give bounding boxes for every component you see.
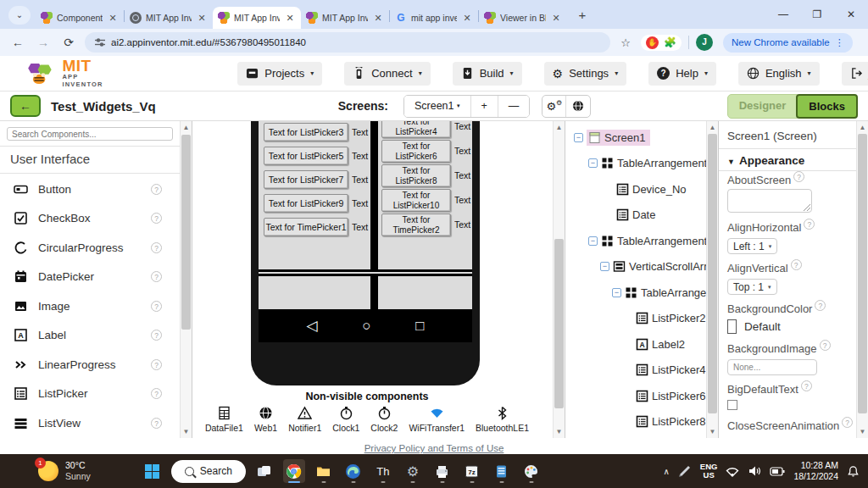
listpicker10-button[interactable]: Text forListPicker10 [381, 189, 451, 212]
pen-device-icon[interactable] [678, 464, 692, 478]
help-icon[interactable]: ? [842, 417, 853, 428]
tab-mit-app-inventor-active[interactable]: MIT App Inventor ✕ [213, 7, 301, 29]
android-back-icon[interactable]: ◁ [306, 317, 317, 335]
tab-close-icon[interactable]: ✕ [461, 13, 473, 24]
help-icon[interactable]: ? [151, 213, 162, 224]
component-wifitransfer1[interactable]: WiFiTransfer1 [409, 406, 465, 433]
component-clock2[interactable]: Clock2 [370, 406, 398, 433]
properties-scrollbar[interactable]: ▲ ▼ [856, 121, 868, 438]
android-home-icon[interactable]: ○ [362, 318, 370, 335]
component-datafile1[interactable]: DataFile1 [205, 406, 243, 433]
help-icon[interactable]: ? [791, 259, 802, 270]
scrollbar-thumb[interactable] [708, 134, 717, 413]
tree-item-tablearrangement-nested[interactable]: − TableArrangem [565, 283, 706, 302]
help-icon[interactable]: ? [815, 300, 826, 311]
taskbar-search[interactable]: Search [171, 460, 246, 483]
tab-google-search[interactable]: G mit app inventor b ✕ [390, 7, 478, 29]
palette-item-linearprogress[interactable]: LinearProgress? [0, 352, 181, 376]
tree-item-verticalscrollarrangement[interactable]: − VerticalScrollArrar [565, 258, 706, 276]
scroll-down-arrow[interactable]: ▼ [857, 426, 868, 437]
palette-scrollbar[interactable]: ▲ ▼ [180, 121, 192, 438]
palette-item-circularprogress[interactable]: CircularProgress? [0, 236, 181, 259]
screen-selector-dropdown[interactable]: Screen1 ▾ [404, 96, 471, 117]
tab-close-icon[interactable]: ✕ [550, 13, 562, 24]
tab-viewer-in-blocks[interactable]: Viewer in Blocks n ✕ [479, 7, 567, 29]
listpicker7-button[interactable]: Text for ListPicker7 [264, 170, 348, 189]
component-notifier1[interactable]: Notifier1 [288, 406, 321, 433]
taskbar-clock[interactable]: 10:28 AM 18/12/2024 [793, 460, 838, 482]
help-icon[interactable]: ? [151, 418, 162, 429]
help-icon[interactable]: ? [820, 340, 831, 351]
palette-item-checkbox[interactable]: CheckBox? [0, 207, 181, 230]
palette-item-listpicker[interactable]: ListPicker? [0, 382, 181, 406]
bookmark-star-icon[interactable]: ☆ [617, 36, 634, 49]
timepicker2-button[interactable]: Text forTimePicker2 [381, 214, 451, 236]
help-icon[interactable]: ? [793, 171, 804, 182]
projects-menu[interactable]: Projects▾ [237, 62, 322, 86]
add-screen-button[interactable]: + [471, 96, 498, 117]
help-icon[interactable]: ? [151, 301, 162, 312]
backgroundimage-field[interactable]: None... [727, 359, 817, 375]
paint-app-button[interactable] [520, 459, 542, 483]
help-icon[interactable]: ? [801, 380, 812, 391]
device-app-button[interactable] [431, 459, 453, 483]
forward-button[interactable]: → [34, 33, 53, 52]
scroll-up-arrow[interactable]: ▲ [181, 122, 192, 133]
tree-item-tablearrangement2[interactable]: − TableArrangement2 [565, 154, 706, 173]
edge-taskbar-button[interactable] [342, 459, 364, 483]
alignvertical-dropdown[interactable]: Top : 1▾ [727, 279, 777, 295]
listpicker3-button[interactable]: Text for ListPicker3 [264, 123, 348, 141]
settings-app-button[interactable]: ⚙ [402, 459, 424, 483]
collapse-toggle-icon[interactable]: − [612, 288, 621, 297]
help-icon[interactable]: ? [151, 359, 162, 370]
help-icon[interactable]: ? [151, 184, 162, 195]
listpicker5-button[interactable]: Text for ListPicker5 [264, 147, 348, 165]
language-menu[interactable]: English▾ [738, 62, 820, 86]
tree-item-listpicker6[interactable]: ListPicker6 [565, 386, 706, 405]
tab-search-chevron-icon[interactable]: ⌄ [8, 6, 31, 25]
scroll-down-arrow[interactable]: ▼ [554, 426, 565, 437]
scroll-down-arrow[interactable]: ▼ [707, 426, 718, 437]
language-indicator[interactable]: ENG US [700, 463, 718, 480]
search-components-input[interactable] [7, 127, 173, 141]
appearance-section-header[interactable]: ▼Appearance [727, 154, 804, 167]
taskbar-weather-widget[interactable]: 1 30°C Sunny [38, 460, 91, 482]
scroll-up-arrow[interactable]: ▲ [857, 122, 868, 133]
build-menu[interactable]: Build▾ [453, 62, 522, 86]
remove-screen-button[interactable]: — [498, 96, 530, 117]
palette-item-button[interactable]: Button? [0, 177, 181, 201]
back-to-projects-button[interactable]: ← [10, 95, 41, 117]
battery-icon[interactable] [770, 466, 785, 477]
tab-mit-app-inventor-4[interactable]: MIT App Inventor ✕ [301, 7, 389, 29]
tray-expand-chevron-icon[interactable]: ∧ [664, 467, 670, 476]
listpicker9-button[interactable]: Text for ListPicker9 [264, 194, 348, 213]
listpicker6-button[interactable]: Text forListPicker6 [381, 140, 451, 163]
bigdefaulttext-checkbox[interactable] [727, 400, 737, 410]
tree-scrollbar[interactable]: ▲ ▼ [706, 121, 718, 438]
reload-button[interactable]: ⟳ [59, 33, 78, 52]
designer-view-button[interactable]: Designer [727, 94, 798, 119]
alignhorizontal-dropdown[interactable]: Left : 1▾ [727, 238, 777, 254]
tab-close-icon[interactable]: ✕ [107, 13, 119, 24]
extensions-puzzle-icon[interactable]: 🧩 [664, 36, 676, 48]
palette-section-user-interface[interactable]: User Interface [10, 152, 90, 166]
scroll-up-arrow[interactable]: ▲ [707, 122, 718, 133]
scrollbar-thumb[interactable] [858, 134, 867, 413]
minimize-button[interactable]: — [766, 0, 800, 29]
tree-item-screen1[interactable]: − Screen1 [565, 128, 706, 147]
scroll-down-arrow[interactable]: ▼ [181, 426, 192, 437]
volume-icon[interactable] [748, 465, 761, 477]
listpicker8-button[interactable]: Text forListPicker8 [381, 164, 451, 187]
wifi-status-icon[interactable] [726, 466, 739, 477]
palette-item-image[interactable]: Image? [0, 294, 181, 318]
scrollbar-thumb[interactable] [554, 239, 564, 408]
connect-menu[interactable]: Connect▾ [344, 62, 430, 86]
backgroundcolor-picker[interactable]: Default [727, 319, 781, 334]
back-button[interactable]: ← [8, 33, 27, 52]
component-clock1[interactable]: Clock1 [332, 406, 359, 433]
file-explorer-button[interactable] [313, 459, 335, 483]
tree-item-tablearrangement1[interactable]: − TableArrangement1 [565, 231, 706, 250]
7zip-app-button[interactable]: 7z [461, 459, 483, 483]
component-web1[interactable]: Web1 [254, 406, 277, 433]
tab-close-icon[interactable]: ✕ [284, 13, 296, 24]
